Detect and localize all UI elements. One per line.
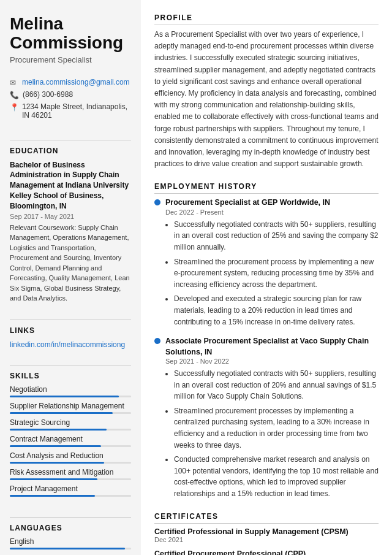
skill-bar-fill bbox=[10, 495, 95, 497]
skill-name: Cost Analysis and Reduction bbox=[10, 451, 131, 460]
skills-section-title: SKILLS bbox=[10, 372, 131, 380]
job-bullet: Streamlined the procurement process by i… bbox=[174, 256, 379, 291]
skill-bar-fill bbox=[10, 445, 101, 447]
skill-item: Contract Management bbox=[10, 435, 131, 447]
languages-block: English Japanese bbox=[10, 537, 131, 555]
job-bullet: Conducted comprehensive market research … bbox=[174, 454, 379, 499]
skill-name: Project Management bbox=[10, 484, 131, 493]
skill-item: Strategic Sourcing bbox=[10, 418, 131, 431]
job-entry: Procurement Specialist at GEP Worldwide,… bbox=[154, 197, 379, 327]
phone-icon: 📞 bbox=[10, 91, 19, 99]
sidebar: Melina Commissiong Procurement Specialis… bbox=[0, 0, 141, 555]
job-dates: Sep 2021 - Nov 2022 bbox=[165, 358, 379, 365]
name-block: Melina Commissiong Procurement Specialis… bbox=[10, 15, 131, 73]
profile-title: PROFILE bbox=[154, 13, 379, 25]
lang-bar-fill bbox=[10, 548, 125, 549]
job-bullet: Successfully negotiated contracts with 5… bbox=[174, 219, 379, 253]
cert-date: Dec 2021 bbox=[154, 536, 379, 543]
skill-bar-bg bbox=[10, 429, 131, 431]
skill-item: Project Management bbox=[10, 484, 131, 497]
skill-bar-bg bbox=[10, 495, 131, 497]
links-block: linkedin.com/in/melinacommissiong bbox=[10, 340, 131, 349]
job-bullet: Successfully negotiated contracts with 5… bbox=[174, 368, 379, 402]
employment-section: EMPLOYMENT HISTORY Procurement Specialis… bbox=[154, 182, 379, 499]
skill-bar-fill bbox=[10, 429, 107, 431]
main-content: PROFILE As a Procurement Specialist with… bbox=[141, 0, 392, 555]
divider-languages bbox=[10, 517, 131, 518]
job-bullets: Successfully negotiated contracts with 5… bbox=[165, 219, 379, 327]
profile-section: PROFILE As a Procurement Specialist with… bbox=[154, 13, 379, 170]
skill-name: Supplier Relationship Management bbox=[10, 402, 131, 410]
skill-item: Risk Assessment and Mitigation bbox=[10, 468, 131, 480]
job-bullets: Successfully negotiated contracts with 5… bbox=[165, 368, 379, 500]
phone-text: (866) 300-6988 bbox=[23, 90, 73, 99]
last-name: Commissiong bbox=[10, 34, 131, 53]
address-item: 📍 1234 Maple Street, Indianapolis, IN 46… bbox=[10, 102, 131, 120]
lang-bar-bg bbox=[10, 548, 131, 549]
cert-name: Certified Procurement Professional (CPP) bbox=[154, 549, 379, 555]
phone-item: 📞 (866) 300-6988 bbox=[10, 90, 131, 99]
skill-bar-bg bbox=[10, 445, 131, 447]
skill-name: Contract Management bbox=[10, 435, 131, 443]
skill-bar-fill bbox=[10, 462, 104, 464]
skill-bar-bg bbox=[10, 462, 131, 464]
education-block: Bachelor of Business Administration in S… bbox=[10, 160, 131, 304]
job-title-main: Procurement Specialist at GEP Worldwide,… bbox=[165, 197, 379, 209]
divider-education bbox=[10, 140, 131, 140]
skill-name: Risk Assessment and Mitigation bbox=[10, 468, 131, 477]
employment-title: EMPLOYMENT HISTORY bbox=[154, 182, 379, 194]
email-link[interactable]: melina.commissiong@gmail.com bbox=[22, 78, 130, 86]
address-text: 1234 Maple Street, Indianapolis, IN 4620… bbox=[22, 102, 131, 120]
skill-bar-bg bbox=[10, 412, 131, 414]
email-icon: ✉ bbox=[10, 78, 18, 87]
edu-dates: Sep 2017 - May 2021 bbox=[10, 213, 131, 220]
first-name: Melina bbox=[10, 15, 131, 34]
skills-block: Negotiation Supplier Relationship Manage… bbox=[10, 385, 131, 501]
links-section-title: LINKS bbox=[10, 326, 131, 335]
job-title-sidebar: Procurement Specialist bbox=[10, 55, 131, 64]
cert-name: Certified Professional in Supply Managem… bbox=[154, 527, 379, 536]
skill-name: Negotiation bbox=[10, 385, 131, 394]
job-bullet: Developed and executed a strategic sourc… bbox=[174, 293, 379, 327]
lang-name: English bbox=[10, 537, 131, 546]
certificates-title: CERTIFICATES bbox=[154, 512, 379, 524]
skill-bar-fill bbox=[10, 478, 97, 480]
job-title-main: Associate Procurement Specialist at Vaco… bbox=[165, 336, 379, 358]
skill-item: Negotiation bbox=[10, 385, 131, 397]
skill-bar-fill bbox=[10, 412, 113, 414]
languages-section-title: LANGUAGES bbox=[10, 524, 131, 532]
job-bullet: Streamlined procurement processes by imp… bbox=[174, 405, 379, 451]
coursework-label: Relevant Coursework: bbox=[10, 224, 76, 231]
location-icon: 📍 bbox=[10, 103, 18, 112]
cert-entry: Certified Professional in Supply Managem… bbox=[154, 527, 379, 543]
linkedin-link[interactable]: linkedin.com/in/melinacommissiong bbox=[10, 340, 125, 349]
skill-item: Cost Analysis and Reduction bbox=[10, 451, 131, 464]
cert-entry: Certified Procurement Professional (CPP)… bbox=[154, 549, 379, 555]
skill-item: Supplier Relationship Management bbox=[10, 402, 131, 414]
skill-name: Strategic Sourcing bbox=[10, 418, 131, 427]
job-dates: Dec 2022 - Present bbox=[165, 209, 379, 216]
skill-bar-fill bbox=[10, 396, 119, 397]
certificates-section: CERTIFICATES Certified Professional in S… bbox=[154, 512, 379, 555]
edu-coursework: Relevant Coursework: Supply Chain Manage… bbox=[10, 223, 131, 304]
coursework-text: Supply Chain Management, Operations Mana… bbox=[10, 224, 130, 302]
language-item: English bbox=[10, 537, 131, 549]
edu-degree: Bachelor of Business Administration in S… bbox=[10, 160, 131, 212]
job-entry: Associate Procurement Specialist at Vaco… bbox=[154, 336, 379, 500]
jobs-container: Procurement Specialist at GEP Worldwide,… bbox=[154, 197, 379, 499]
divider-links bbox=[10, 320, 131, 320]
education-section-title: EDUCATION bbox=[10, 147, 131, 155]
certs-container: Certified Professional in Supply Managem… bbox=[154, 527, 379, 555]
skill-bar-bg bbox=[10, 396, 131, 397]
skill-bar-bg bbox=[10, 478, 131, 480]
contact-block: ✉ melina.commissiong@gmail.com 📞 (866) 3… bbox=[10, 78, 131, 123]
resume-container: Melina Commissiong Procurement Specialis… bbox=[0, 0, 392, 555]
divider-skills bbox=[10, 365, 131, 366]
profile-text: As a Procurement Specialist with over tw… bbox=[154, 29, 379, 170]
email-item: ✉ melina.commissiong@gmail.com bbox=[10, 78, 131, 87]
